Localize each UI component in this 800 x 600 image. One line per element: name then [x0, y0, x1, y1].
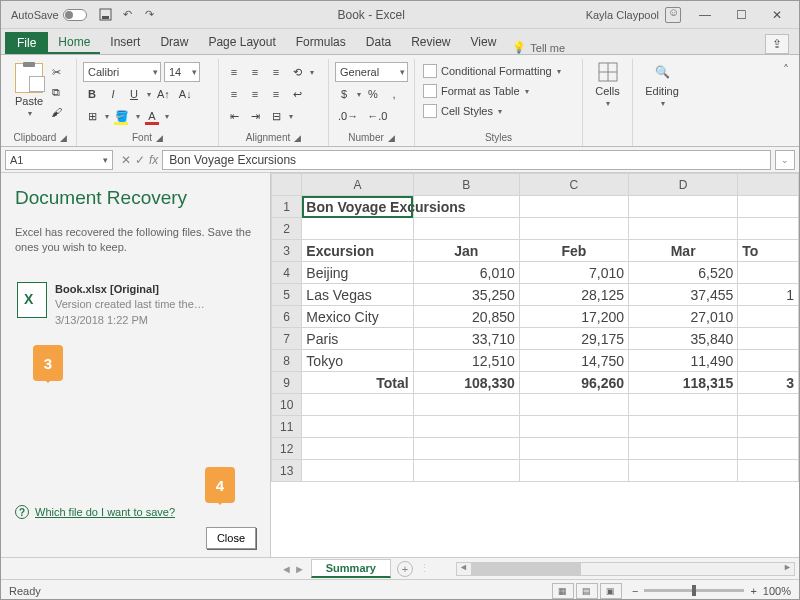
- align-left-icon[interactable]: ≡: [225, 85, 243, 103]
- undo-icon[interactable]: ↶: [121, 8, 135, 22]
- autosave-switch-icon[interactable]: [63, 9, 87, 21]
- tab-review[interactable]: Review: [401, 31, 460, 54]
- tab-view[interactable]: View: [461, 31, 507, 54]
- cell[interactable]: 7,010: [519, 262, 628, 284]
- column-header[interactable]: [738, 174, 799, 196]
- cell[interactable]: 118,315: [629, 372, 738, 394]
- row-header[interactable]: 7: [272, 328, 302, 350]
- tab-file[interactable]: File: [5, 32, 48, 54]
- cell[interactable]: [519, 416, 628, 438]
- page-layout-view-button[interactable]: ▤: [576, 583, 598, 599]
- cell[interactable]: [629, 394, 738, 416]
- accounting-format-icon[interactable]: $: [335, 85, 353, 103]
- cell[interactable]: [738, 218, 799, 240]
- editing-icon[interactable]: 🔍: [651, 61, 673, 83]
- recovery-close-button[interactable]: Close: [206, 527, 256, 549]
- cell[interactable]: 12,510: [413, 350, 519, 372]
- next-sheet-icon[interactable]: ►: [294, 563, 305, 575]
- cut-icon[interactable]: ✂: [47, 63, 65, 81]
- format-as-table-button[interactable]: Format as Table▾: [421, 81, 576, 101]
- tab-home[interactable]: Home: [48, 31, 100, 54]
- tab-data[interactable]: Data: [356, 31, 401, 54]
- column-header[interactable]: A: [302, 174, 413, 196]
- cell[interactable]: 29,175: [519, 328, 628, 350]
- cell[interactable]: [738, 394, 799, 416]
- zoom-out-icon[interactable]: −: [632, 585, 638, 597]
- row-header[interactable]: 13: [272, 460, 302, 482]
- bold-button[interactable]: B: [83, 85, 101, 103]
- cell[interactable]: Paris: [302, 328, 413, 350]
- cell[interactable]: 96,260: [519, 372, 628, 394]
- column-header[interactable]: D: [629, 174, 738, 196]
- italic-button[interactable]: I: [104, 85, 122, 103]
- merge-center-icon[interactable]: ⊟: [267, 107, 285, 125]
- cell[interactable]: [519, 218, 628, 240]
- cells-icon[interactable]: [597, 61, 619, 83]
- sheet-nav[interactable]: ◄►: [281, 563, 305, 575]
- enter-formula-icon[interactable]: ✓: [135, 153, 145, 167]
- cell-grid[interactable]: ABCD1Bon Voyage Excursions23ExcursionJan…: [271, 173, 799, 557]
- increase-font-icon[interactable]: A↑: [154, 85, 173, 103]
- row-header[interactable]: 4: [272, 262, 302, 284]
- cell[interactable]: 35,250: [413, 284, 519, 306]
- cell[interactable]: [302, 460, 413, 482]
- cell[interactable]: [519, 196, 628, 218]
- align-center-icon[interactable]: ≡: [246, 85, 264, 103]
- format-painter-icon[interactable]: 🖌: [47, 103, 65, 121]
- cell[interactable]: 1: [738, 284, 799, 306]
- expand-formula-bar-icon[interactable]: ⌄: [775, 150, 795, 170]
- font-name-select[interactable]: Calibri: [83, 62, 161, 82]
- percent-format-icon[interactable]: %: [364, 85, 382, 103]
- cell[interactable]: [629, 196, 738, 218]
- cell[interactable]: 108,330: [413, 372, 519, 394]
- cancel-formula-icon[interactable]: ✕: [121, 153, 131, 167]
- cell[interactable]: 35,840: [629, 328, 738, 350]
- row-header[interactable]: 10: [272, 394, 302, 416]
- tab-insert[interactable]: Insert: [100, 31, 150, 54]
- cell[interactable]: [413, 438, 519, 460]
- cell[interactable]: 33,710: [413, 328, 519, 350]
- align-bottom-icon[interactable]: ≡: [267, 63, 285, 81]
- row-header[interactable]: 2: [272, 218, 302, 240]
- cell[interactable]: Bon Voyage Excursions: [302, 196, 413, 218]
- row-header[interactable]: 5: [272, 284, 302, 306]
- fill-color-button[interactable]: 🪣: [112, 107, 132, 125]
- name-box[interactable]: A1: [5, 150, 113, 170]
- row-header[interactable]: 6: [272, 306, 302, 328]
- cell[interactable]: 37,455: [629, 284, 738, 306]
- autosave-toggle[interactable]: AutoSave: [11, 9, 87, 21]
- dialog-launcher-icon[interactable]: ◢: [294, 133, 301, 143]
- cell[interactable]: 28,125: [519, 284, 628, 306]
- cell[interactable]: [629, 416, 738, 438]
- tab-draw[interactable]: Draw: [150, 31, 198, 54]
- cell[interactable]: [519, 438, 628, 460]
- row-header[interactable]: 11: [272, 416, 302, 438]
- cell[interactable]: [629, 218, 738, 240]
- paste-button[interactable]: Paste ▾: [11, 61, 47, 121]
- row-header[interactable]: 12: [272, 438, 302, 460]
- cell[interactable]: [302, 438, 413, 460]
- underline-button[interactable]: U: [125, 85, 143, 103]
- redo-icon[interactable]: ↷: [143, 8, 157, 22]
- cell[interactable]: [413, 218, 519, 240]
- page-break-view-button[interactable]: ▣: [600, 583, 622, 599]
- tab-page-layout[interactable]: Page Layout: [198, 31, 285, 54]
- cell-styles-button[interactable]: Cell Styles▾: [421, 101, 576, 121]
- increase-indent-icon[interactable]: ⇥: [246, 107, 264, 125]
- cell[interactable]: 27,010: [629, 306, 738, 328]
- cell[interactable]: [302, 416, 413, 438]
- cell[interactable]: Las Vegas: [302, 284, 413, 306]
- collapse-ribbon-icon[interactable]: ˄: [783, 59, 795, 146]
- cell[interactable]: [629, 438, 738, 460]
- cell[interactable]: [413, 394, 519, 416]
- column-header[interactable]: B: [413, 174, 519, 196]
- cell[interactable]: Mexico City: [302, 306, 413, 328]
- zoom-control[interactable]: − + 100%: [632, 585, 791, 597]
- horizontal-scrollbar[interactable]: [456, 562, 795, 576]
- comma-format-icon[interactable]: ,: [385, 85, 403, 103]
- font-color-button[interactable]: A: [143, 107, 161, 125]
- cell[interactable]: [738, 416, 799, 438]
- border-button[interactable]: ⊞: [83, 107, 101, 125]
- cell[interactable]: [738, 306, 799, 328]
- cell[interactable]: Jan: [413, 240, 519, 262]
